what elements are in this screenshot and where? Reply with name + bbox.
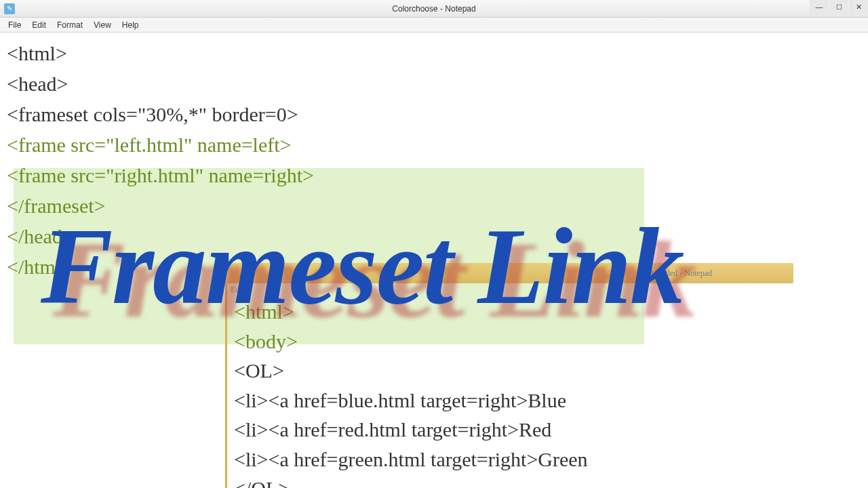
menu-edit[interactable]: Edit — [26, 19, 52, 31]
code-line: <li><a href=blue.html target=right>Blue — [234, 386, 776, 415]
window-title: Colorchoose - Notepad — [392, 4, 475, 14]
code-line: <frameset cols="30%,*" border=0> — [7, 99, 861, 129]
menubar: File Edit Format View Help — [0, 18, 868, 33]
code-line: <frame src="left.html" name=left> — [7, 129, 861, 160]
code-line: </OL> — [234, 474, 776, 488]
menu-file[interactable]: File — [3, 19, 26, 31]
app-icon: ✎ — [4, 3, 15, 14]
text-editor[interactable]: <html> <head> <frameset cols="30%,*" bor… — [0, 33, 868, 488]
code-line: <head> — [7, 68, 861, 99]
code-line: <li><a href=red.html target=right>Red — [234, 415, 776, 445]
menu-format[interactable]: Format — [52, 19, 88, 31]
app-icon-glyph: ✎ — [7, 5, 12, 12]
menu-view[interactable]: View — [88, 19, 117, 31]
window-controls: — ☐ ✕ — [809, 0, 868, 14]
menu-help[interactable]: Help — [117, 19, 144, 31]
close-button[interactable]: ✕ — [849, 0, 868, 14]
minimize-button[interactable]: — — [810, 0, 829, 14]
window-titlebar: ✎ Colorchoose - Notepad — ☐ ✕ — [0, 0, 868, 18]
maximize-button[interactable]: ☐ — [829, 0, 848, 14]
code-line: <li><a href=green.html target=right>Gree… — [234, 445, 776, 474]
code-line: <html> — [7, 38, 861, 68]
overlay-script-text: Frameset Link — [41, 185, 683, 348]
